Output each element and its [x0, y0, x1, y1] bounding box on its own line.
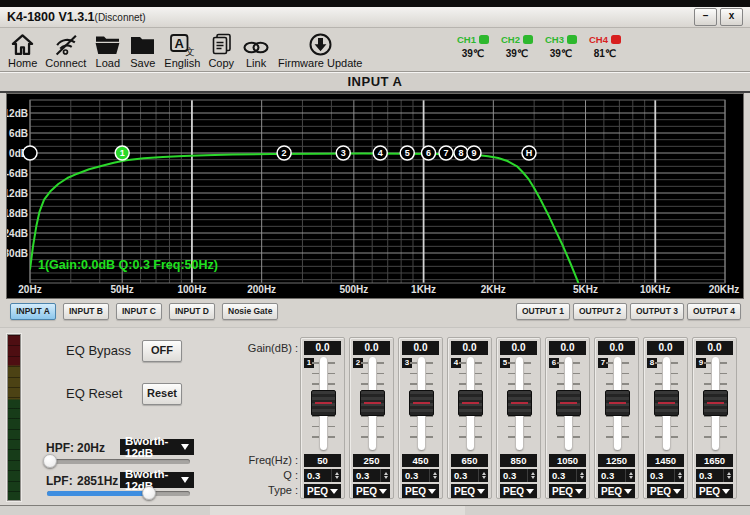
toolbar-button-save[interactable]: Save — [129, 30, 156, 69]
eq-point-marker-1[interactable]: 1 — [115, 146, 129, 160]
eq-point-marker-9[interactable]: 9 — [467, 146, 481, 160]
window-title: K4-1800 V1.3.1(Disconnet) — [7, 10, 146, 24]
hpf-slider-track[interactable] — [47, 459, 190, 464]
tab-input-d[interactable]: INPUT D — [169, 303, 215, 320]
toolbar-button-copy[interactable]: Copy — [208, 30, 234, 69]
spinner-down-icon[interactable] — [580, 476, 584, 479]
band-q-value: 0.3 — [500, 469, 527, 482]
eq-point-marker-6[interactable]: 6 — [422, 146, 436, 160]
spinner-arrows[interactable] — [674, 469, 684, 482]
band-q-spinner[interactable]: 0.3 — [500, 469, 537, 482]
page-title: INPUT A — [347, 74, 402, 89]
tab-input-c[interactable]: INPUT C — [116, 303, 162, 320]
tab-output-3[interactable]: OUTPUT 3 — [630, 303, 684, 320]
tab-output-1[interactable]: OUTPUT 1 — [516, 303, 570, 320]
gain-slider-handle[interactable] — [654, 390, 679, 416]
spinner-arrows[interactable] — [478, 469, 488, 482]
spinner-up-icon[interactable] — [433, 472, 437, 475]
spinner-arrows[interactable] — [380, 469, 390, 482]
spinner-up-icon[interactable] — [335, 472, 339, 475]
toolbar-button-connect[interactable]: Connect — [45, 30, 86, 69]
band-type-dropdown[interactable]: PEQ — [598, 484, 635, 498]
folder-icon — [129, 30, 156, 57]
band-q-spinner[interactable]: 0.3 — [647, 469, 684, 482]
band-type-dropdown[interactable]: PEQ — [500, 484, 537, 498]
spinner-down-icon[interactable] — [531, 476, 535, 479]
band-q-spinner[interactable]: 0.3 — [402, 469, 439, 482]
gain-slider-handle[interactable] — [703, 390, 728, 416]
close-button[interactable]: x — [720, 8, 743, 26]
spinner-down-icon[interactable] — [727, 476, 731, 479]
toolbar-button-label: Connect — [45, 57, 86, 69]
toolbar-button-label: Home — [8, 57, 37, 69]
spinner-arrows[interactable] — [331, 469, 341, 482]
eq-point-marker-7[interactable]: 7 — [439, 146, 453, 160]
spinner-arrows[interactable] — [625, 469, 635, 482]
spinner-down-icon[interactable] — [482, 476, 486, 479]
band-q-spinner[interactable]: 0.3 — [451, 469, 488, 482]
gain-slider-handle[interactable] — [458, 390, 483, 416]
hpf-slider-thumb[interactable] — [43, 454, 57, 468]
toolbar-button-link[interactable]: Link — [242, 30, 270, 69]
band-type-dropdown[interactable]: PEQ — [353, 484, 390, 498]
band-type-dropdown[interactable]: PEQ — [647, 484, 684, 498]
eq-point-marker-2[interactable]: 2 — [277, 146, 291, 160]
band-type-dropdown[interactable]: PEQ — [549, 484, 586, 498]
toolbar-button-firmware-update[interactable]: Firmware Update — [278, 30, 362, 69]
spinner-up-icon[interactable] — [727, 472, 731, 475]
band-q-spinner[interactable]: 0.3 — [696, 469, 733, 482]
toolbar-button-home[interactable]: Home — [8, 30, 37, 69]
spinner-up-icon[interactable] — [580, 472, 584, 475]
lpf-value: 2851Hz — [77, 474, 118, 488]
gain-slider-handle[interactable] — [360, 390, 385, 416]
tab-input-a[interactable]: INPUT A — [10, 303, 56, 320]
lpf-slider-thumb[interactable] — [142, 486, 156, 500]
eq-point-marker-4[interactable]: 4 — [373, 146, 387, 160]
spinner-up-icon[interactable] — [531, 472, 535, 475]
spinner-arrows[interactable] — [527, 469, 537, 482]
spinner-arrows[interactable] — [576, 469, 586, 482]
band-frequency-display: 1050 — [549, 454, 586, 467]
eq-point-marker-h[interactable]: H — [522, 146, 536, 160]
eq-reset-button[interactable]: Reset — [142, 383, 182, 405]
band-q-spinner[interactable]: 0.3 — [304, 469, 341, 482]
gain-slider-handle[interactable] — [409, 390, 434, 416]
tab-nosie-gate[interactable]: Nosie Gate — [222, 303, 278, 320]
hpf-type-dropdown[interactable]: Bworth-12dB — [120, 439, 194, 455]
spinner-down-icon[interactable] — [384, 476, 388, 479]
spinner-up-icon[interactable] — [384, 472, 388, 475]
gain-slider-handle[interactable] — [605, 390, 630, 416]
toolbar-button-load[interactable]: Load — [94, 30, 121, 69]
spinner-up-icon[interactable] — [482, 472, 486, 475]
spinner-down-icon[interactable] — [629, 476, 633, 479]
spinner-down-icon[interactable] — [433, 476, 437, 479]
minimize-button[interactable]: – — [694, 8, 717, 26]
spinner-arrows[interactable] — [429, 469, 439, 482]
band-type-dropdown[interactable]: PEQ — [304, 484, 341, 498]
spinner-down-icon[interactable] — [335, 476, 339, 479]
band-q-spinner[interactable]: 0.3 — [549, 469, 586, 482]
spinner-up-icon[interactable] — [678, 472, 682, 475]
toolbar-button-english[interactable]: A文English — [164, 30, 200, 69]
band-frequency-display: 1250 — [598, 454, 635, 467]
lpf-type-dropdown[interactable]: Bworth-12dB — [120, 472, 194, 488]
eq-point-marker-8[interactable]: 8 — [454, 146, 468, 160]
tab-input-b[interactable]: INPUT B — [63, 303, 109, 320]
band-type-dropdown[interactable]: PEQ — [402, 484, 439, 498]
gain-slider-handle[interactable] — [556, 390, 581, 416]
spinner-up-icon[interactable] — [629, 472, 633, 475]
gain-slider-handle[interactable] — [507, 390, 532, 416]
gain-slider-handle[interactable] — [311, 390, 336, 416]
spinner-arrows[interactable] — [723, 469, 733, 482]
band-q-spinner[interactable]: 0.3 — [353, 469, 390, 482]
eq-point-marker-5[interactable]: 5 — [400, 146, 414, 160]
tab-output-2[interactable]: OUTPUT 2 — [573, 303, 627, 320]
filter-edge-marker[interactable] — [23, 146, 37, 160]
band-q-spinner[interactable]: 0.3 — [598, 469, 635, 482]
eq-point-marker-3[interactable]: 3 — [336, 146, 350, 160]
spinner-down-icon[interactable] — [678, 476, 682, 479]
band-type-dropdown[interactable]: PEQ — [696, 484, 733, 498]
band-type-dropdown[interactable]: PEQ — [451, 484, 488, 498]
tab-output-4[interactable]: OUTPUT 4 — [687, 303, 741, 320]
eq-bypass-button[interactable]: OFF — [142, 340, 182, 362]
